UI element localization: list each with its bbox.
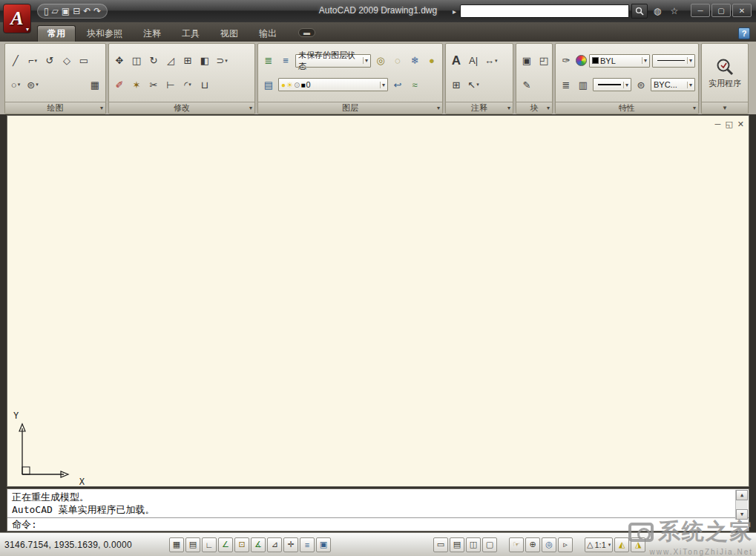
explode-tool[interactable]: ✶	[129, 77, 144, 93]
join-tool[interactable]: ⊔	[197, 77, 212, 93]
plot-style-dropdown[interactable]: BYC... ▾	[651, 78, 695, 91]
layer-previous-tool[interactable]: ↩	[390, 77, 405, 93]
array-tool[interactable]: ⊞	[180, 53, 195, 68]
insert-block-tool[interactable]: ▣	[519, 53, 534, 68]
extend-tool[interactable]: ⊢	[163, 77, 178, 93]
ribbon-minimize-toggle-icon[interactable]: ▬	[298, 28, 315, 37]
layout-button[interactable]: ▤	[450, 537, 464, 552]
panel-label-annotation[interactable]: 注释▾	[446, 102, 513, 114]
command-prompt[interactable]: 命令:	[7, 517, 749, 532]
tab-home[interactable]: 常用	[37, 25, 76, 42]
create-block-tool[interactable]: ◰	[536, 53, 551, 68]
multileader-tool[interactable]: ↖▾	[466, 77, 481, 93]
hatch-tool[interactable]: ▦	[88, 77, 102, 93]
model-button[interactable]: ▭	[433, 537, 448, 552]
favorites-star-icon[interactable]: ☆	[667, 4, 682, 19]
utilities-button-label[interactable]: 实用程序	[709, 78, 741, 89]
fillet-tool[interactable]: ◜▾	[180, 77, 195, 93]
command-scrollbar[interactable]: ▲ ▼	[735, 490, 748, 520]
help-button[interactable]: ?	[738, 27, 750, 39]
plot-style-tool[interactable]: ⊜	[634, 77, 648, 93]
polyline-tool[interactable]: ⌐▾	[25, 53, 40, 68]
move-tool[interactable]: ✥	[112, 53, 127, 68]
mirror-tool[interactable]: ◧	[197, 53, 212, 68]
color-wheel-icon[interactable]	[576, 55, 587, 66]
annotation-scale-button[interactable]: △ 1:1 ▾	[585, 537, 613, 552]
annotation-autoscale-button[interactable]: ◮	[631, 537, 645, 552]
doc-restore-button[interactable]: ◱	[725, 120, 732, 129]
pan-button[interactable]: ☞	[509, 537, 524, 552]
layer-dropdown[interactable]: ●☀⊙■ 0 ▾	[278, 78, 388, 91]
otrack-toggle[interactable]: ∡	[251, 537, 266, 552]
scroll-up-button[interactable]: ▲	[736, 490, 748, 500]
qp-toggle[interactable]: ▣	[316, 537, 331, 552]
revision-cloud-tool[interactable]: ↺	[42, 53, 57, 68]
show-motion-button[interactable]: ▹	[558, 537, 573, 552]
circle-tool[interactable]: ○▾	[8, 77, 23, 93]
quick-view-layouts-button[interactable]: ◫	[466, 537, 481, 552]
lineweight-settings-tool[interactable]: ▥	[576, 77, 591, 93]
close-button[interactable]: ✕	[732, 4, 752, 17]
layer-state-manager-icon[interactable]: ≡	[278, 53, 293, 68]
annotation-visibility-button[interactable]: ◭	[614, 537, 629, 552]
trim-tool[interactable]: ✂	[146, 77, 161, 93]
doc-minimize-button[interactable]: ─	[715, 120, 721, 129]
ducs-toggle[interactable]: ⊿	[267, 537, 282, 552]
tab-annotate[interactable]: 注释	[134, 25, 171, 42]
table-tool[interactable]: ⊞	[449, 77, 464, 93]
tab-blocks-references[interactable]: 块和参照	[77, 25, 132, 42]
polygon-tool[interactable]: ◇	[59, 53, 74, 68]
panel-label-block[interactable]: 块▾	[516, 102, 552, 114]
mtext-tool[interactable]: A	[449, 53, 464, 68]
layer-state-dropdown[interactable]: 未保存的图层状态 ▾	[295, 54, 371, 68]
dimension-tool[interactable]: ↔▾	[483, 53, 499, 68]
lwt-toggle[interactable]: ≡	[300, 537, 315, 552]
match-properties-tool[interactable]: ✑	[559, 53, 573, 68]
erase-tool[interactable]: ✐	[112, 77, 127, 93]
panel-label-draw[interactable]: 绘图▾	[5, 102, 105, 114]
search-expand-icon[interactable]: ▸	[453, 7, 456, 16]
doc-close-button[interactable]: ✕	[737, 120, 744, 129]
layer-isolate-tool[interactable]: ◎	[373, 53, 388, 68]
copy-tool[interactable]: ◫	[129, 53, 144, 68]
text-tool[interactable]: A|	[466, 53, 481, 68]
ellipse-tool[interactable]: ⊜▾	[25, 77, 40, 93]
polar-toggle[interactable]: ∠	[218, 537, 233, 552]
rectangle-tool[interactable]: ▭	[76, 53, 91, 68]
layer-match-tool[interactable]: ≈	[407, 77, 422, 93]
panel-label-modify[interactable]: 修改▾	[109, 102, 254, 114]
scroll-down-button[interactable]: ▼	[736, 509, 748, 520]
minimize-button[interactable]: ─	[691, 4, 710, 17]
menu-browser-button[interactable]: A▾	[3, 4, 31, 33]
ortho-toggle[interactable]: ∟	[202, 537, 217, 552]
communication-center-icon[interactable]: ◍	[650, 4, 665, 19]
tab-output[interactable]: 输出	[249, 25, 286, 42]
scale-tool[interactable]: ◿	[163, 53, 178, 68]
command-window[interactable]: 正在重生成模型。AutoCAD 菜单实用程序已加载。 命令: ▲ ▼	[7, 488, 749, 532]
linetype-preview-dropdown[interactable]: ▾	[652, 54, 695, 68]
properties-list-tool[interactable]: ≣	[559, 77, 573, 93]
dyn-toggle[interactable]: ✛	[283, 537, 298, 552]
steering-wheel-button[interactable]: ◎	[542, 537, 556, 552]
zoom-button[interactable]: ⊕	[525, 537, 540, 552]
grid-toggle[interactable]: ▤	[185, 537, 200, 552]
drawing-canvas[interactable]: ─◱✕ Y X	[7, 115, 749, 487]
panel-label-properties[interactable]: 特性▾	[556, 102, 698, 114]
layer-freeze-tool[interactable]: ❄	[407, 53, 422, 68]
edit-attribute-tool[interactable]: ✎	[519, 77, 534, 93]
tab-view[interactable]: 视图	[211, 25, 248, 42]
tab-tools[interactable]: 工具	[172, 25, 209, 42]
offset-tool[interactable]: ⊃▾	[214, 53, 229, 68]
search-button[interactable]	[631, 4, 648, 19]
search-input[interactable]	[460, 4, 629, 18]
layer-state-icon[interactable]: ≣	[261, 53, 276, 68]
panel-label-layers[interactable]: 图层▾	[258, 102, 442, 114]
line-tool[interactable]: ╱	[8, 53, 23, 68]
object-color-dropdown[interactable]: BYL ▾	[589, 54, 650, 68]
layer-properties-tool[interactable]: ▤	[261, 77, 276, 93]
scroll-track[interactable]	[736, 500, 748, 509]
osnap-toggle[interactable]: ⊡	[234, 537, 249, 552]
snap-toggle[interactable]: ▦	[169, 537, 184, 552]
layer-off-tool[interactable]: ●	[424, 53, 439, 68]
rotate-tool[interactable]: ↻	[146, 53, 161, 68]
